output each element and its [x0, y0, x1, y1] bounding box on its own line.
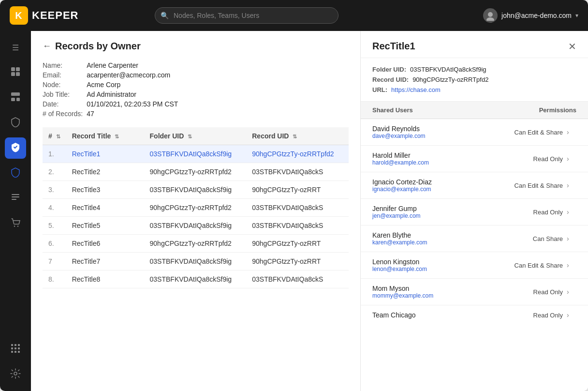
user-name: Team Chicago: [372, 311, 533, 319]
row-title[interactable]: RecTitle8: [66, 271, 144, 288]
col-num[interactable]: # ⇅: [43, 127, 66, 145]
sidebar-item-settings[interactable]: [5, 364, 26, 385]
row-folder-uid: 90hgCPGtzzTy-ozRRTpfd2: [144, 199, 247, 217]
table-row[interactable]: 1.RecTitle103STBFKVDAtIQa8ckSf9ig90hgCPG…: [43, 145, 349, 163]
records-icon: [10, 192, 21, 205]
table-row[interactable]: 4.RecTitle490hgCPGtzzTy-ozRRTpfd203STBFK…: [43, 199, 349, 217]
row-record-uid: 90hgCPGtzzTy-ozRRT: [246, 253, 349, 271]
email-value: acarpenter@acmecorp.com: [87, 71, 349, 79]
row-record-uid: 90hgCPGtzzTy-ozRRT: [246, 235, 349, 253]
chevron-right-icon: ›: [567, 181, 576, 189]
user-name: Lenon Kingston: [372, 258, 514, 266]
user-email: john@acme-demo.com: [501, 12, 572, 19]
sidebar-item-role[interactable]: [5, 163, 26, 184]
sidebar: ☰: [0, 31, 31, 391]
row-num: 2.: [43, 163, 66, 181]
row-title[interactable]: RecTitle5: [66, 217, 144, 235]
user-info: Ignacio Cortez-Diaz ignacio@example.com: [372, 178, 514, 193]
permissions-col-label: Permissions: [539, 106, 576, 114]
row-num: 3.: [43, 181, 66, 199]
table-row[interactable]: 6.RecTitle690hgCPGtzzTy-ozRRTpfd290hgCPG…: [43, 235, 349, 253]
back-button[interactable]: ←: [43, 41, 51, 51]
svg-rect-24: [18, 351, 20, 353]
page-title: Records by Owner: [55, 41, 141, 52]
row-num: 8.: [43, 271, 66, 288]
shared-users-list: David Reynolds dave@example.com Can Edit…: [361, 119, 588, 325]
left-panel: ← Records by Owner Name: Arlene Carpente…: [31, 31, 361, 391]
row-title[interactable]: RecTitle3: [66, 181, 144, 199]
row-title[interactable]: RecTitle4: [66, 199, 144, 217]
col-record-uid[interactable]: Record UID ⇅: [246, 127, 349, 145]
table-row[interactable]: 8.RecTitle803STBFKVDAtIQa8ckSf9ig03STBFK…: [43, 271, 349, 288]
user-info: David Reynolds dave@example.com: [372, 125, 514, 139]
svg-point-15: [17, 226, 18, 226]
search-input[interactable]: [155, 7, 338, 24]
sidebar-item-records[interactable]: [5, 188, 26, 209]
row-num: 4.: [43, 199, 66, 217]
shared-users-col-label: Shared Users: [372, 106, 539, 114]
row-folder-uid: 03STBFKVDAtIQa8ckSf9ig: [144, 181, 247, 199]
shared-user-row[interactable]: Ignacio Cortez-Diaz ignacio@example.com …: [361, 172, 588, 199]
user-area[interactable]: john@acme-demo.com ▾: [483, 8, 578, 23]
svg-text:K: K: [15, 10, 22, 21]
sidebar-item-menu[interactable]: ☰: [5, 37, 26, 58]
sidebar-item-shield[interactable]: [5, 112, 26, 134]
col-title[interactable]: Record Title ⇅: [66, 127, 144, 145]
svg-rect-21: [18, 347, 20, 349]
user-name: Harold Miller: [372, 151, 533, 159]
permission-text: Can Edit & Share: [514, 262, 563, 269]
grid-icon: [10, 343, 21, 356]
user-email: dave@example.com: [372, 133, 514, 139]
svg-rect-11: [12, 194, 19, 195]
num-records-value: 47: [87, 110, 349, 118]
sidebar-item-dashboard[interactable]: [5, 62, 26, 83]
shared-user-row[interactable]: Karen Blythe karen@example.com Can Share…: [361, 226, 588, 252]
record-uid-label: Record UID:: [372, 76, 409, 83]
shared-user-row[interactable]: Lenon Kingston lenon@example.com Can Edi…: [361, 252, 588, 279]
sidebar-item-layout[interactable]: [5, 87, 26, 108]
close-button[interactable]: ✕: [568, 42, 576, 51]
table-row[interactable]: 3.RecTitle303STBFKVDAtIQa8ckSf9ig90hgCPG…: [43, 181, 349, 199]
shared-user-row[interactable]: Jennifer Gump jen@example.com Read Only …: [361, 199, 588, 226]
user-name: Ignacio Cortez-Diaz: [372, 178, 514, 186]
cart-icon: [10, 217, 21, 230]
user-info: Jennifer Gump jen@example.com: [372, 205, 533, 219]
url-value[interactable]: https://chase.com: [391, 86, 441, 93]
date-label: Date:: [43, 100, 83, 108]
shared-user-row[interactable]: Mom Myson mommy@example.com Read Only ›: [361, 279, 588, 305]
user-name: Jennifer Gump: [372, 205, 533, 212]
sidebar-item-security[interactable]: [5, 137, 26, 159]
url-label: URL:: [372, 86, 387, 93]
table-row[interactable]: 5.RecTitle503STBFKVDAtIQa8ckSf9ig03STBFK…: [43, 217, 349, 235]
top-nav: K KEEPER 🔍 john@acme-demo.com ▾: [0, 0, 588, 31]
chevron-right-icon: ›: [567, 208, 576, 216]
table-row[interactable]: 2.RecTitle290hgCPGtzzTy-ozRRTpfd203STBFK…: [43, 163, 349, 181]
permission-text: Read Only: [533, 312, 563, 319]
row-record-uid: 90hgCPGtzzTy-ozRRT: [246, 181, 349, 199]
sidebar-item-grid[interactable]: [5, 339, 26, 360]
avatar: [483, 8, 498, 23]
page-header: ← Records by Owner: [43, 41, 349, 52]
shared-user-row[interactable]: Team Chicago Read Only ›: [361, 305, 588, 325]
date-value: 01/10/2021, 02:20:53 PM CST: [87, 100, 349, 108]
sidebar-item-cart[interactable]: [5, 213, 26, 234]
node-value: Acme Corp: [87, 81, 349, 89]
row-title[interactable]: RecTitle7: [66, 253, 144, 271]
user-email: lenon@example.com: [372, 266, 514, 272]
svg-rect-4: [11, 67, 15, 71]
main-layout: ☰: [0, 31, 588, 391]
row-folder-uid: 90hgCPGtzzTy-ozRRTpfd2: [144, 235, 247, 253]
shared-user-row[interactable]: Harold Miller harold@example.com Read On…: [361, 146, 588, 172]
table-row[interactable]: 7RecTitle703STBFKVDAtIQa8ckSf9ig90hgCPGt…: [43, 253, 349, 271]
svg-rect-17: [15, 344, 16, 346]
row-title[interactable]: RecTitle6: [66, 235, 144, 253]
shared-user-row[interactable]: David Reynolds dave@example.com Can Edit…: [361, 119, 588, 146]
right-panel: RecTitle1 ✕ Folder UID: 03STBFKVDAtIQa8c…: [361, 31, 588, 391]
job-title-label: Job Title:: [43, 90, 83, 98]
row-title[interactable]: RecTitle1: [66, 145, 144, 163]
layout-icon: [10, 91, 21, 105]
row-title[interactable]: RecTitle2: [66, 163, 144, 181]
user-name: Mom Myson: [372, 285, 533, 292]
dashboard-icon: [10, 66, 21, 79]
col-folder-uid[interactable]: Folder UID ⇅: [144, 127, 247, 145]
